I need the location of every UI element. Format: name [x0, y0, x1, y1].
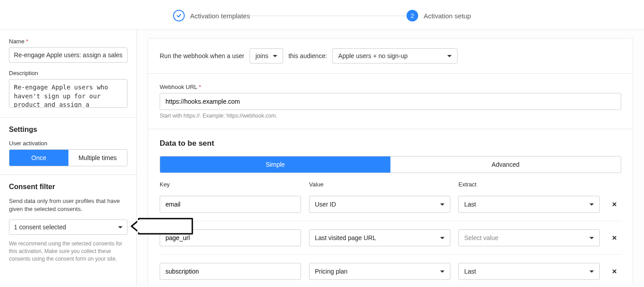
- step-2-label: Activation setup: [424, 12, 471, 20]
- webhook-url-input[interactable]: [160, 93, 621, 110]
- main-card: Run the webhook when a user joins this a…: [148, 38, 633, 285]
- description-label: Description: [9, 70, 127, 76]
- consent-filter-title: Consent filter: [9, 183, 127, 191]
- user-activation-toggle: Once Multiple times: [9, 149, 127, 166]
- run-suffix: this audience:: [288, 52, 327, 59]
- param-extract-select[interactable]: Last: [458, 196, 600, 213]
- col-extract: Extract: [458, 181, 600, 188]
- chevron-down-icon: [440, 237, 445, 239]
- check-icon: [173, 10, 185, 21]
- consent-filter-section: Consent filter Send data only from user …: [0, 175, 136, 271]
- chevron-down-icon: [589, 237, 594, 239]
- col-key: Key: [160, 181, 301, 188]
- param-extract: Last: [464, 201, 476, 208]
- consent-filter-desc: Send data only from user profiles that h…: [9, 197, 127, 213]
- chevron-down-icon: [440, 203, 445, 206]
- main-content: Run the webhook when a user joins this a…: [137, 30, 644, 285]
- data-mode-tabs: Simple Advanced: [160, 156, 621, 173]
- sidebar: Name Description Settings User activatio…: [0, 30, 137, 285]
- run-action-select[interactable]: joins: [250, 48, 283, 63]
- data-to-be-sent-section: Data to be sent Simple Advanced Key Valu…: [148, 129, 633, 285]
- settings-section: Settings User activation Once Multiple t…: [0, 118, 136, 175]
- row-divider: [160, 254, 621, 255]
- chevron-down-icon: [118, 226, 123, 228]
- row-divider: [160, 221, 621, 221]
- chevron-down-icon: [273, 55, 277, 57]
- col-value: Value: [309, 181, 450, 188]
- data-section-title: Data to be sent: [160, 139, 621, 148]
- settings-title: Settings: [9, 126, 127, 134]
- toggle-once[interactable]: Once: [9, 150, 68, 166]
- param-value: Pricing plan: [315, 268, 347, 275]
- param-value-select[interactable]: Pricing plan: [309, 263, 450, 280]
- name-label: Name: [9, 38, 127, 45]
- chevron-down-icon: [589, 203, 594, 206]
- remove-row-button[interactable]: ✕: [608, 201, 621, 208]
- audience-select[interactable]: Apple users + no sign-up: [332, 48, 458, 63]
- param-extract-select[interactable]: Select value: [458, 229, 600, 246]
- run-prefix: Run the webhook when a user: [160, 52, 244, 59]
- webhook-url-section: Webhook URL Start with https://. Example…: [148, 74, 633, 129]
- chevron-down-icon: [447, 55, 452, 57]
- param-extract-placeholder: Select value: [464, 234, 498, 241]
- param-key-input[interactable]: [160, 196, 301, 213]
- run-action-value: joins: [255, 52, 268, 59]
- name-description-section: Name Description: [0, 30, 136, 118]
- run-condition-section: Run the webhook when a user joins this a…: [148, 38, 633, 74]
- param-value: User ID: [315, 201, 336, 208]
- remove-row-button[interactable]: ✕: [608, 234, 621, 241]
- consent-note: We recommend using the selected consents…: [9, 240, 127, 262]
- params-grid: Key Value Extract User ID Last ✕: [160, 181, 621, 280]
- consent-select-value: 1 consent selected: [14, 224, 66, 231]
- step-2-number: 2: [407, 10, 418, 21]
- step-2[interactable]: 2 Activation setup: [407, 10, 471, 21]
- param-key-input[interactable]: [160, 263, 301, 280]
- param-key-input[interactable]: [160, 229, 301, 246]
- webhook-url-hint: Start with https://. Example: https://we…: [160, 113, 621, 119]
- chevron-down-icon: [589, 270, 594, 273]
- remove-row-button[interactable]: ✕: [608, 268, 621, 275]
- step-1-label: Activation templates: [190, 12, 250, 20]
- param-value-select[interactable]: User ID: [309, 196, 450, 213]
- param-value-select[interactable]: Last visited page URL: [309, 229, 450, 246]
- consent-select[interactable]: 1 consent selected: [9, 219, 127, 235]
- user-activation-label: User activation: [9, 140, 127, 147]
- param-value: Last visited page URL: [315, 234, 376, 241]
- chevron-down-icon: [440, 270, 445, 273]
- param-extract: Last: [464, 268, 476, 275]
- step-1[interactable]: Activation templates: [173, 10, 250, 21]
- webhook-url-label: Webhook URL: [160, 84, 621, 90]
- tab-advanced[interactable]: Advanced: [390, 156, 621, 173]
- stepper-line: [250, 16, 407, 16]
- stepper: Activation templates 2 Activation setup: [0, 0, 644, 30]
- description-input[interactable]: [9, 79, 127, 108]
- toggle-multiple[interactable]: Multiple times: [68, 150, 127, 166]
- param-extract-select[interactable]: Last: [458, 263, 600, 280]
- tab-simple[interactable]: Simple: [160, 156, 390, 173]
- name-input[interactable]: [9, 47, 127, 63]
- audience-value: Apple users + no sign-up: [338, 52, 407, 59]
